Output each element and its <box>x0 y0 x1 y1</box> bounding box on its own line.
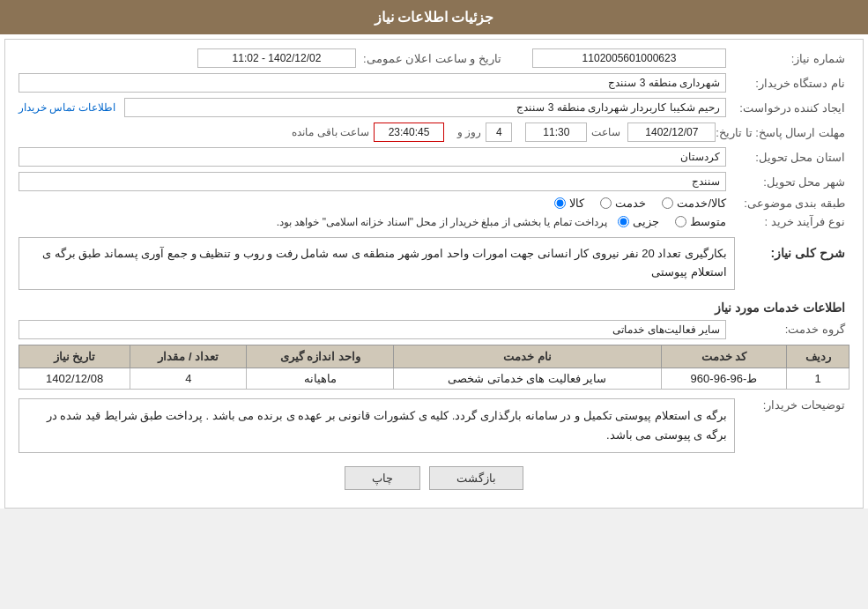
deadline-days-label: روز و <box>457 126 481 138</box>
col-date: تاریخ نیاز <box>19 345 130 368</box>
countdown-value: 23:40:45 <box>374 123 444 142</box>
form-section: شماره نیاز: 1102005601000623 تاریخ و ساع… <box>19 48 849 228</box>
process-radio-group: متوسط جزیی <box>618 215 726 228</box>
need-number-value: 1102005601000623 <box>532 48 726 68</box>
category-radio-group: کالا/خدمت خدمت کالا <box>554 197 726 210</box>
services-table: ردیف کد خدمت نام خدمت واحد اندازه گیری ت… <box>19 345 849 390</box>
service-group-value: سایر فعالیت‌های خدماتی <box>19 320 726 339</box>
buyer-notes-section: توضیحات خریدار: برگه ی استعلام پیوستی تک… <box>19 398 849 453</box>
need-number-label: شماره نیاز: <box>726 52 849 65</box>
category-goods-service-radio[interactable] <box>662 197 673 209</box>
process-row: نوع فرآیند خرید : متوسط جزیی پرداخت تمام… <box>19 215 849 228</box>
category-row: طبقه بندی موضوعی: کالا/خدمت خدمت کالا <box>19 197 849 210</box>
cell-qty: 4 <box>130 368 247 389</box>
province-label: استان محل تحویل: <box>726 151 849 164</box>
category-service-radio[interactable] <box>600 197 612 209</box>
deadline-row: مهلت ارسال پاسخ: تا تاریخ: 1402/12/07 سا… <box>19 123 849 142</box>
contact-link[interactable]: اطلاعات تماس خریدار <box>19 101 115 114</box>
process-medium-item[interactable]: متوسط <box>675 215 726 228</box>
cell-unit: ماهیانه <box>247 368 394 389</box>
process-medium-radio[interactable] <box>675 216 686 227</box>
cell-row-num: 1 <box>787 368 849 389</box>
category-label: طبقه بندی موضوعی: <box>726 197 849 210</box>
creator-value: رحیم شکیبا کاربردار شهرداری منطقه 3 سنند… <box>124 98 726 117</box>
process-partial-radio[interactable] <box>618 216 629 227</box>
process-note: پرداخت تمام یا بخشی از مبلغ خریدار از مح… <box>277 216 607 228</box>
page-header: جزئیات اطلاعات نیاز <box>0 0 868 34</box>
cell-date: 1402/12/08 <box>19 368 130 389</box>
category-goods-service-label: کالا/خدمت <box>677 197 726 210</box>
col-service-code: کد خدمت <box>661 345 787 368</box>
category-service-label: خدمت <box>615 197 646 210</box>
services-section: اطلاعات خدمات مورد نیاز گروه خدمت: سایر … <box>19 301 849 390</box>
deadline-time: 11:30 <box>525 123 587 142</box>
cell-service-name: سایر فعالیت های خدماتی شخصی <box>393 368 661 389</box>
city-label: شهر محل تحویل: <box>726 175 849 189</box>
city-value: سنندج <box>19 172 726 191</box>
category-goods-label: کالا <box>569 197 584 210</box>
countdown-label: ساعت باقی مانده <box>292 126 369 138</box>
buyer-notes-text: برگه ی استعلام پیوستی تکمیل و در سامانه … <box>19 398 735 453</box>
deadline-days: 4 <box>486 123 512 142</box>
print-button[interactable]: چاپ <box>345 466 420 490</box>
process-label: نوع فرآیند خرید : <box>726 215 849 228</box>
buttons-row: بازگشت چاپ <box>19 466 849 490</box>
col-qty: تعداد / مقدار <box>130 345 247 368</box>
col-row-num: ردیف <box>787 345 849 368</box>
description-title: شرح کلی نیاز: <box>744 246 849 260</box>
deadline-time-label: ساعت <box>591 126 620 138</box>
cell-service-code: ط-96-96-960 <box>661 368 787 389</box>
deadline-date: 1402/12/07 <box>627 123 716 142</box>
announce-value: 1402/12/02 - 11:02 <box>197 48 356 68</box>
service-group-row: گروه خدمت: سایر فعالیت‌های خدماتی <box>19 320 849 339</box>
process-partial-label: جزیی <box>633 215 659 228</box>
buyer-org-row: نام دستگاه خریدار: شهرداری منطقه 3 سنندج <box>19 73 849 93</box>
buyer-org-value: شهرداری منطقه 3 سنندج <box>19 73 726 93</box>
need-number-row: شماره نیاز: 1102005601000623 تاریخ و ساع… <box>19 48 849 68</box>
process-partial-item[interactable]: جزیی <box>618 215 659 228</box>
buyer-org-label: نام دستگاه خریدار: <box>726 77 849 90</box>
description-section: شرح کلی نیاز: بکارگیری تعداد 20 نفر نیرو… <box>19 237 849 290</box>
city-row: شهر محل تحویل: سنندج <box>19 172 849 191</box>
province-value: کردستان <box>19 147 726 167</box>
page-title: جزئیات اطلاعات نیاز <box>375 10 494 25</box>
services-title: اطلاعات خدمات مورد نیاز <box>19 301 849 315</box>
buyer-notes-label: توضیحات خریدار: <box>744 398 849 412</box>
creator-row: ایجاد کننده درخواست: رحیم شکیبا کاربردار… <box>19 98 849 117</box>
col-unit: واحد اندازه گیری <box>247 345 394 368</box>
main-content: شماره نیاز: 1102005601000623 تاریخ و ساع… <box>4 39 864 509</box>
category-goods-radio[interactable] <box>554 197 566 209</box>
col-service-name: نام خدمت <box>393 345 661 368</box>
category-service-item[interactable]: خدمت <box>600 197 646 210</box>
announce-label: تاریخ و ساعت اعلان عمومی: <box>356 52 506 65</box>
creator-label: ایجاد کننده درخواست: <box>726 101 849 115</box>
province-row: استان محل تحویل: کردستان <box>19 147 849 167</box>
service-group-label: گروه خدمت: <box>726 323 849 336</box>
process-medium-label: متوسط <box>690 215 726 228</box>
description-text: بکارگیری تعداد 20 نفر نیروی کار انسانی ج… <box>19 237 735 290</box>
deadline-label: مهلت ارسال پاسخ: تا تاریخ: <box>716 126 849 139</box>
category-goods-item[interactable]: کالا <box>554 197 584 210</box>
table-row: 1 ط-96-96-960 سایر فعالیت های خدماتی شخص… <box>19 368 849 389</box>
back-button[interactable]: بازگشت <box>429 466 523 490</box>
category-goods-service-item[interactable]: کالا/خدمت <box>662 197 726 210</box>
